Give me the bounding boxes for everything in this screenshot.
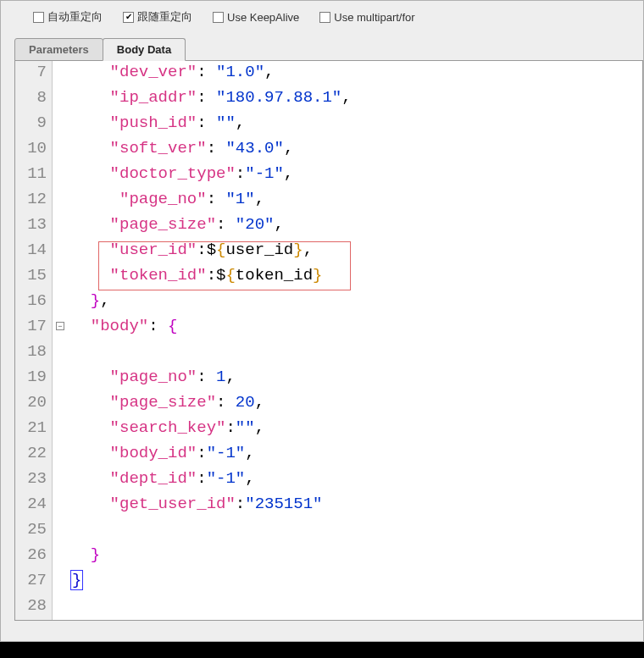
fold-cell bbox=[53, 215, 68, 241]
code-line[interactable] bbox=[68, 596, 642, 621]
checkbox-icon: ✔ bbox=[123, 12, 134, 23]
checkbox-icon bbox=[213, 12, 224, 23]
fold-cell bbox=[53, 88, 68, 113]
code-line[interactable]: "dev_ver": "1.0", bbox=[68, 63, 642, 88]
line-number: 27 bbox=[15, 571, 52, 596]
line-number: 14 bbox=[15, 241, 52, 266]
code-line[interactable]: "page_no": 1, bbox=[68, 368, 642, 393]
keepalive-option[interactable]: Use KeepAlive bbox=[213, 11, 299, 24]
line-number: 13 bbox=[15, 215, 52, 241]
http-request-panel: 自动重定向 ✔ 跟随重定向 Use KeepAlive Use multipar… bbox=[0, 0, 644, 642]
line-number: 8 bbox=[15, 88, 52, 113]
tab-parameters[interactable]: Parameters bbox=[14, 38, 103, 61]
code-area[interactable]: "dev_ver": "1.0", "ip_addr": "180.97.88.… bbox=[68, 61, 642, 620]
fold-cell bbox=[53, 368, 68, 393]
line-number: 23 bbox=[15, 469, 52, 495]
fold-cell bbox=[53, 520, 68, 545]
code-line[interactable]: } bbox=[68, 545, 642, 571]
option-label: 跟随重定向 bbox=[137, 9, 192, 25]
line-number: 17 bbox=[15, 317, 52, 342]
fold-cell bbox=[53, 342, 68, 368]
fold-cell bbox=[53, 495, 68, 520]
fold-cell: − bbox=[53, 317, 68, 342]
code-line[interactable]: "token_id":${token_id} bbox=[68, 266, 642, 291]
code-line[interactable] bbox=[68, 520, 642, 545]
line-number: 9 bbox=[15, 113, 52, 139]
code-editor[interactable]: 7891011121314151617181920212223242526272… bbox=[14, 60, 643, 621]
code-line[interactable]: "get_user_id":"235151" bbox=[68, 495, 642, 520]
fold-cell bbox=[53, 545, 68, 571]
tabs: Parameters Body Data bbox=[14, 36, 643, 61]
line-number: 20 bbox=[15, 393, 52, 418]
line-number: 21 bbox=[15, 418, 52, 444]
follow-redirect-option[interactable]: ✔ 跟随重定向 bbox=[123, 9, 192, 25]
fold-cell bbox=[53, 596, 68, 621]
fold-cell bbox=[53, 190, 68, 215]
fold-cell bbox=[53, 241, 68, 266]
code-line[interactable]: "body": { bbox=[68, 317, 642, 342]
code-line[interactable]: "page_size": "20", bbox=[68, 215, 642, 241]
checkbox-icon bbox=[33, 12, 44, 23]
fold-cell bbox=[53, 393, 68, 418]
multipart-option[interactable]: Use multipart/for bbox=[319, 11, 414, 24]
line-number: 7 bbox=[15, 63, 52, 88]
code-line[interactable]: "page_no": "1", bbox=[68, 190, 642, 215]
line-number: 28 bbox=[15, 596, 52, 621]
tab-body-data[interactable]: Body Data bbox=[103, 38, 186, 61]
fold-cell bbox=[53, 63, 68, 88]
checkbox-icon bbox=[319, 12, 330, 23]
line-number: 22 bbox=[15, 444, 52, 469]
code-line[interactable]: "page_size": 20, bbox=[68, 393, 642, 418]
auto-redirect-option[interactable]: 自动重定向 bbox=[33, 9, 103, 25]
line-number: 26 bbox=[15, 545, 52, 571]
line-number: 18 bbox=[15, 342, 52, 368]
fold-cell bbox=[53, 444, 68, 469]
options-row: 自动重定向 ✔ 跟随重定向 Use KeepAlive Use multipar… bbox=[8, 6, 643, 36]
fold-cell bbox=[53, 113, 68, 139]
code-line[interactable]: "body_id":"-1", bbox=[68, 444, 642, 469]
line-number: 15 bbox=[15, 266, 52, 291]
option-label: Use multipart/for bbox=[334, 11, 414, 24]
fold-minus-icon[interactable]: − bbox=[56, 322, 64, 330]
fold-column: − bbox=[53, 61, 68, 620]
line-number: 11 bbox=[15, 164, 52, 190]
fold-cell bbox=[53, 571, 68, 596]
code-line[interactable]: "push_id": "", bbox=[68, 113, 642, 139]
line-number: 12 bbox=[15, 190, 52, 215]
option-label: 自动重定向 bbox=[47, 9, 103, 25]
code-line[interactable]: "dept_id":"-1", bbox=[68, 469, 642, 495]
code-line[interactable]: "search_key":"", bbox=[68, 418, 642, 444]
code-line[interactable]: "soft_ver": "43.0", bbox=[68, 139, 642, 164]
code-line[interactable]: "ip_addr": "180.97.88.1", bbox=[68, 88, 642, 113]
line-number: 10 bbox=[15, 139, 52, 164]
fold-cell bbox=[53, 418, 68, 444]
fold-cell bbox=[53, 266, 68, 291]
code-line[interactable]: }, bbox=[68, 291, 642, 317]
fold-cell bbox=[53, 469, 68, 495]
fold-cell bbox=[53, 139, 68, 164]
code-line[interactable] bbox=[68, 342, 642, 368]
line-number: 24 bbox=[15, 495, 52, 520]
code-line[interactable]: "doctor_type":"-1", bbox=[68, 164, 642, 190]
fold-cell bbox=[53, 291, 68, 317]
line-number: 25 bbox=[15, 520, 52, 545]
code-line[interactable]: "user_id":${user_id}, bbox=[68, 241, 642, 266]
line-number: 16 bbox=[15, 291, 52, 317]
fold-cell bbox=[53, 164, 68, 190]
code-line[interactable]: } bbox=[68, 571, 642, 596]
option-label: Use KeepAlive bbox=[227, 11, 299, 24]
line-number-gutter: 7891011121314151617181920212223242526272… bbox=[15, 61, 53, 620]
line-number: 19 bbox=[15, 368, 52, 393]
